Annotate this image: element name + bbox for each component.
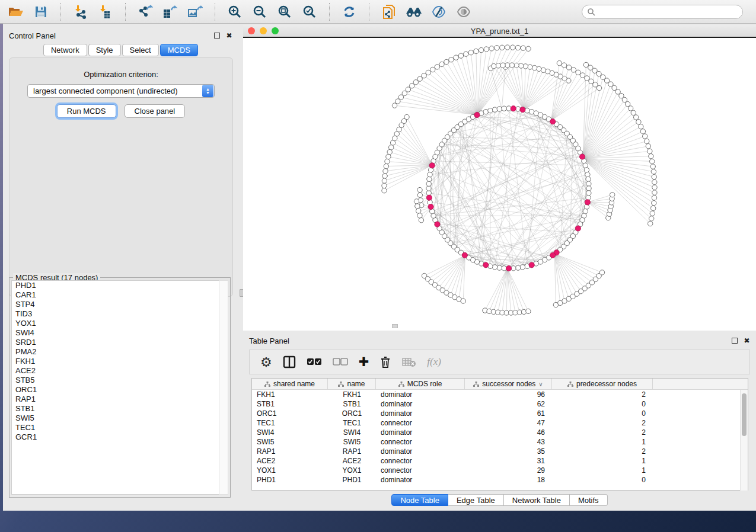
leaf-node[interactable]: [385, 159, 390, 164]
run-mcds-button[interactable]: Run MCDS: [57, 104, 116, 118]
table-row[interactable]: SWI5SWI5connector431: [252, 437, 748, 447]
leaf-node[interactable]: [649, 216, 654, 221]
leaf-node[interactable]: [468, 50, 473, 55]
ring-node[interactable]: [586, 177, 591, 181]
mcds-list-item[interactable]: RAP1: [12, 395, 219, 404]
mcds-list-scrollbar[interactable]: [219, 280, 228, 495]
leaf-node[interactable]: [619, 93, 624, 98]
zoom-selected-icon[interactable]: [299, 3, 320, 21]
float-table-panel-icon[interactable]: [732, 338, 738, 344]
dominator-node[interactable]: [520, 107, 525, 113]
leaf-node[interactable]: [593, 82, 598, 87]
mcds-list-item[interactable]: FKH1: [12, 357, 219, 366]
leaf-node[interactable]: [631, 110, 636, 115]
dominator-node[interactable]: [429, 163, 435, 168]
leaf-node[interactable]: [414, 199, 419, 204]
table-row[interactable]: FKH1FKH1dominator962: [252, 390, 748, 399]
dominator-node[interactable]: [529, 262, 534, 268]
ring-node[interactable]: [586, 191, 591, 196]
mcds-list-item[interactable]: PMA2: [12, 347, 219, 357]
mcds-list-item[interactable]: ORC1: [12, 385, 219, 395]
leaf-node[interactable]: [413, 80, 418, 85]
delete-table-icon[interactable]: [402, 357, 416, 367]
leaf-node[interactable]: [650, 164, 655, 169]
ring-node[interactable]: [583, 163, 588, 168]
close-table-panel-icon[interactable]: ✖: [744, 338, 750, 344]
close-panel-button[interactable]: Close panel: [125, 104, 186, 118]
leaf-node[interactable]: [650, 159, 655, 164]
table-scrollbar-thumb[interactable]: [742, 393, 747, 436]
dominator-node[interactable]: [579, 154, 585, 159]
leaf-node[interactable]: [419, 218, 423, 223]
export-network-icon[interactable]: [135, 3, 155, 21]
column-header-successor-nodes[interactable]: successor nodes∨: [465, 379, 552, 389]
leaf-node[interactable]: [521, 46, 525, 50]
leaf-node[interactable]: [576, 70, 580, 75]
dominator-node[interactable]: [511, 106, 516, 111]
leaf-node[interactable]: [458, 53, 463, 58]
ring-node[interactable]: [497, 107, 502, 111]
save-session-icon[interactable]: [31, 3, 51, 21]
ring-node[interactable]: [483, 110, 488, 114]
leaf-node[interactable]: [648, 221, 653, 226]
leaf-node[interactable]: [601, 75, 605, 79]
tab-edge-table[interactable]: Edge Table: [448, 494, 504, 506]
leaf-node[interactable]: [439, 62, 444, 66]
leaf-node[interactable]: [557, 60, 562, 65]
mcds-list-item[interactable]: GCR1: [12, 432, 219, 442]
ring-node[interactable]: [585, 172, 590, 177]
mcds-list-item[interactable]: SWI4: [12, 328, 219, 338]
leaf-node[interactable]: [382, 188, 387, 193]
leaf-node[interactable]: [652, 190, 657, 195]
leaf-node[interactable]: [514, 63, 519, 68]
column-layout-icon[interactable]: [283, 355, 296, 368]
leaf-node[interactable]: [643, 134, 647, 139]
leaf-node[interactable]: [422, 73, 426, 78]
search-network-icon[interactable]: [404, 3, 424, 21]
dominator-node[interactable]: [575, 226, 580, 231]
mcds-list-item[interactable]: SWI5: [12, 414, 219, 423]
leaf-node[interactable]: [610, 193, 615, 197]
dominator-node[interactable]: [426, 195, 432, 200]
table-row[interactable]: PHD1PHD1dominator180: [252, 475, 748, 485]
open-session-icon[interactable]: [6, 3, 26, 21]
leaf-node[interactable]: [583, 62, 588, 67]
hide-diagram-icon[interactable]: [429, 3, 449, 21]
show-overview-icon[interactable]: [454, 3, 474, 21]
dominator-node[interactable]: [585, 200, 590, 205]
mcds-list-item[interactable]: STP4: [12, 300, 219, 309]
ring-node[interactable]: [497, 265, 502, 270]
tab-node-table[interactable]: Node Table: [391, 494, 448, 506]
leaf-node[interactable]: [585, 76, 589, 81]
leaf-node[interactable]: [652, 201, 656, 206]
table-row[interactable]: TEC1TEC1connector472: [252, 418, 748, 428]
leaf-node[interactable]: [417, 187, 422, 192]
leaf-node[interactable]: [417, 76, 422, 81]
leaf-node[interactable]: [566, 65, 571, 70]
leaf-node[interactable]: [382, 174, 387, 178]
leaf-node[interactable]: [505, 63, 510, 68]
ring-node[interactable]: [492, 265, 497, 270]
leaf-node[interactable]: [628, 106, 633, 111]
import-table-icon[interactable]: [95, 3, 116, 21]
mcds-list-item[interactable]: YOX1: [12, 319, 219, 328]
leaf-node[interactable]: [484, 47, 489, 52]
leaf-node[interactable]: [652, 180, 657, 184]
leaf-node[interactable]: [496, 63, 500, 68]
leaf-node[interactable]: [489, 46, 494, 51]
tab-style[interactable]: Style: [88, 44, 121, 56]
dominator-node[interactable]: [550, 252, 556, 258]
leaf-node[interactable]: [599, 270, 604, 275]
leaf-node[interactable]: [444, 59, 449, 64]
table-row[interactable]: RAP1RAP1dominator352: [252, 447, 748, 456]
leaf-node[interactable]: [526, 309, 531, 313]
network-window-titlebar[interactable]: YPA_prune.txt_1: [243, 25, 756, 38]
leaf-node[interactable]: [651, 206, 656, 210]
leaf-node[interactable]: [500, 45, 505, 50]
leaf-node[interactable]: [571, 68, 576, 72]
column-header-shared-name[interactable]: shared name: [252, 379, 328, 389]
table-row[interactable]: SWI4SWI4dominator462: [252, 428, 748, 437]
leaf-node[interactable]: [523, 64, 528, 69]
leaf-node[interactable]: [461, 299, 465, 303]
leaf-node[interactable]: [387, 149, 392, 154]
